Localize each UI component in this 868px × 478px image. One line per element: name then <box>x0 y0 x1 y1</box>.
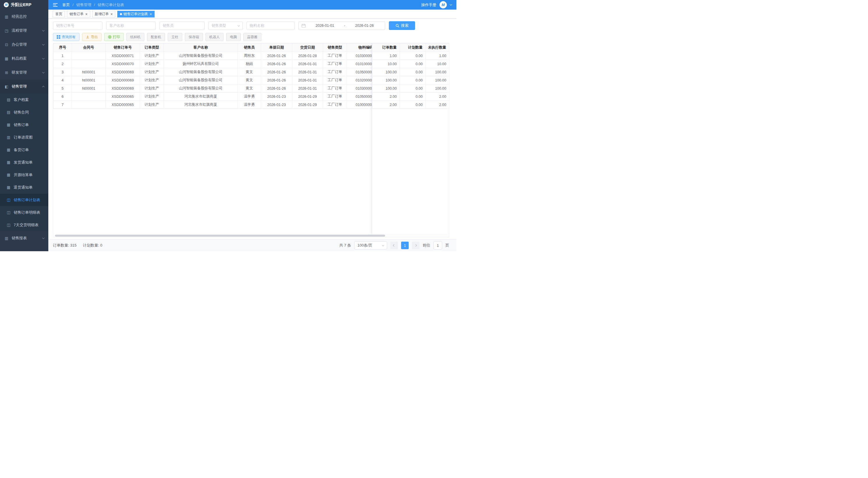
cell-unexec-qty: 1.00 <box>426 52 450 60</box>
column-header[interactable]: 序号 <box>54 44 72 52</box>
table-row[interactable]: 100.000.00100.00 <box>372 84 450 93</box>
bar-chart-icon: ▥ <box>6 135 11 140</box>
column-header[interactable]: 合同号 <box>72 44 106 52</box>
sidebar-item-label: 流程管理 <box>12 28 27 33</box>
print-button[interactable]: 打印 <box>104 33 124 41</box>
product-filter-button[interactable]: 保存箱 <box>185 33 203 41</box>
column-header[interactable]: 交货日期 <box>292 44 323 52</box>
table-row[interactable]: 2.000.002.00 <box>372 93 450 101</box>
next-page-button[interactable] <box>412 242 420 249</box>
user-avatar[interactable]: M <box>439 1 447 8</box>
doc-icon: ▤ <box>6 97 11 102</box>
tab-label: 新增订单 <box>95 12 109 17</box>
goto-page-input[interactable]: 1 <box>433 241 442 249</box>
sidebar-subitem[interactable]: ▦发货通知单 <box>0 156 48 169</box>
table-row[interactable]: 100.000.00100.00 <box>372 68 450 76</box>
page-number-button[interactable]: 1 <box>401 242 409 249</box>
sidebar-subitem[interactable]: ▤客户档案 <box>0 93 48 106</box>
order-qty-value: 315 <box>70 243 76 247</box>
table-row[interactable]: 1.000.001.00 <box>372 52 450 60</box>
product-filter-button[interactable]: 配套机 <box>147 33 165 41</box>
table-row[interactable]: 2.000.002.00 <box>372 101 450 109</box>
sidebar-item-dashboard[interactable]: ▥经营总控 <box>0 9 48 24</box>
search-button-label: 搜索 <box>401 23 409 28</box>
cell-doc-date: 2026-01-26 <box>261 76 292 84</box>
table-row[interactable]: 2XSDD000070计划生产扬州钟艺玩具有限公司杨娟2026-01-26202… <box>54 60 385 68</box>
column-header[interactable]: 销售员 <box>238 44 261 52</box>
sidebar-item-office[interactable]: ⊡办公管理 <box>0 37 48 52</box>
search-button[interactable]: 搜索 <box>389 21 415 30</box>
prev-page-button[interactable] <box>390 242 398 249</box>
tab-close-icon[interactable]: × <box>85 12 88 16</box>
sidebar-subitem[interactable]: ▦备货订单 <box>0 144 48 156</box>
sidebar-subitem[interactable]: ◫销售订单明细表 <box>0 206 48 219</box>
sidebar-item-materials[interactable]: ▦料品档案 <box>0 52 48 65</box>
sidebar-subitem[interactable]: ▦销售订单 <box>0 118 48 131</box>
sale-type-select[interactable]: 销售类型 <box>209 22 243 30</box>
date-start-value[interactable]: 2026-01-01 <box>307 24 342 28</box>
salesman-input[interactable] <box>159 22 205 30</box>
column-header[interactable]: 订单数量 <box>372 44 400 52</box>
button-label: 电脑 <box>230 35 237 39</box>
tab-close-icon[interactable]: × <box>111 12 113 16</box>
tab-label: 销售订单计划表 <box>123 12 148 17</box>
product-filter-button[interactable]: 立柱 <box>168 33 182 41</box>
user-menu-caret-icon[interactable] <box>450 3 452 5</box>
tab[interactable]: 首页 <box>53 11 65 18</box>
column-header[interactable]: 计划数量 <box>400 44 426 52</box>
sidebar-subitem[interactable]: ▥订单进度图 <box>0 131 48 144</box>
cell-order-qty: 1.00 <box>372 52 400 60</box>
cell-doc-date: 2026-01-26 <box>261 60 292 68</box>
sidebar-item-process[interactable]: ◳流程管理 <box>0 24 48 37</box>
sidebar-subitem[interactable]: ◫销售订单计划表 <box>0 193 48 206</box>
horizontal-scrollbar[interactable] <box>55 235 385 237</box>
column-header[interactable]: 未执行数量 <box>426 44 450 52</box>
table-row[interactable]: 100.000.00100.00 <box>372 76 450 84</box>
cell-salesman: 温学勇 <box>238 93 261 101</box>
column-header[interactable]: 销售订单号 <box>106 44 140 52</box>
sidebar-subitem[interactable]: ◫7天交货明细表 <box>0 219 48 231</box>
sidebar-subitem-label: 销售订单明细表 <box>14 210 40 215</box>
sidebar-item-sales[interactable]: ◧销售管理 <box>0 80 48 93</box>
breadcrumb-item[interactable]: 销售管理 <box>76 2 91 7</box>
date-end-value[interactable]: 2026-01-26 <box>347 24 382 28</box>
tab-close-icon[interactable]: × <box>150 12 152 16</box>
product-filter-button[interactable]: 电脑 <box>226 33 241 41</box>
sidebar-subitem[interactable]: ▦退货通知单 <box>0 181 48 193</box>
page-size-select[interactable]: 100条/页 <box>354 241 387 249</box>
table-row[interactable]: 1XSDD000071计划生产山河智能装备股份有限公司周桂东2026-01-26… <box>54 52 385 60</box>
query-all-button[interactable]: 查询所有 <box>53 33 80 41</box>
column-header[interactable]: 客户名称 <box>164 44 238 52</box>
orders-table: 序号合同号销售订单号订单类型客户名称销售员单据日期交货日期销售类型物料编码1XS… <box>53 43 449 237</box>
date-range-picker[interactable]: 2026-01-01 - 2026-01-26 <box>298 22 385 30</box>
cell-seq: 4 <box>54 76 72 84</box>
column-header[interactable]: 销售类型 <box>323 44 347 52</box>
sidebar-subitem[interactable]: ▤销售合同 <box>0 106 48 118</box>
table-row[interactable]: 4ht00001XSDD000069计划生产山河智能装备股份有限公司黄文2026… <box>54 76 385 84</box>
manual-link[interactable]: 操作手册 <box>421 2 436 7</box>
tab[interactable]: 销售订单计划表× <box>117 11 155 18</box>
sidebar-item-rnd[interactable]: ⊞研发管理 <box>0 65 48 80</box>
order-no-input[interactable] <box>53 22 102 30</box>
customer-input[interactable] <box>106 22 156 30</box>
table-row[interactable]: 3ht00001XSDD000069计划生产山河智能装备股份有限公司黄文2026… <box>54 68 385 76</box>
table-row[interactable]: 7XSDD000065计划生产河北衡水市红旗商厦温学勇2026-01-23202… <box>54 101 385 109</box>
table-row[interactable]: 10.000.0010.00 <box>372 60 450 68</box>
menu-toggle-icon[interactable] <box>53 3 58 7</box>
product-filter-button[interactable]: 蒜蓉酱 <box>243 33 261 41</box>
tab[interactable]: 新增订单× <box>92 11 116 18</box>
material-input[interactable] <box>247 22 294 30</box>
column-header[interactable]: 订单类型 <box>140 44 164 52</box>
product-filter-button[interactable]: 纸杯机 <box>126 33 144 41</box>
column-header[interactable]: 单据日期 <box>261 44 292 52</box>
tab[interactable]: 销售订单× <box>67 11 90 18</box>
export-button[interactable]: 导出 <box>82 33 101 41</box>
product-filter-button[interactable]: 机器人 <box>206 33 223 41</box>
sidebar-item-sales-report[interactable]: ▥销售报表 <box>0 231 48 245</box>
sidebar-subitem[interactable]: ▦开票结算单 <box>0 169 48 181</box>
breadcrumb-home[interactable]: 首页 <box>62 2 70 7</box>
grid-icon <box>57 35 60 39</box>
table-row[interactable]: 6XSDD000065计划生产河北衡水市红旗商厦温学勇2026-01-23202… <box>54 93 385 101</box>
table-row[interactable]: 5ht00001XSDD000069计划生产山河智能装备股份有限公司黄文2026… <box>54 84 385 93</box>
cell-seq: 3 <box>54 68 72 76</box>
